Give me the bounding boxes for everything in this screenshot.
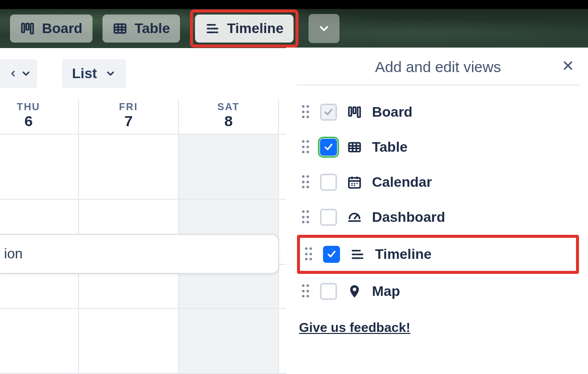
close-icon xyxy=(561,59,575,73)
timeline-icon xyxy=(205,21,220,36)
table-icon xyxy=(346,140,363,155)
view-label: Board xyxy=(372,104,412,120)
checkbox-timeline[interactable] xyxy=(323,246,340,263)
drag-handle-icon[interactable] xyxy=(302,175,311,189)
checkbox-dashboard[interactable] xyxy=(320,209,337,226)
calendar-cell[interactable] xyxy=(79,135,179,199)
calendar-cell[interactable] xyxy=(179,309,279,373)
drag-handle-icon[interactable] xyxy=(302,284,311,298)
dow-label: SAT xyxy=(179,101,278,113)
svg-rect-0 xyxy=(22,24,24,33)
view-row-table[interactable]: Table xyxy=(297,130,579,165)
highlight-timeline-tab: Timeline xyxy=(190,10,298,48)
check-icon xyxy=(323,107,334,118)
checkbox-map[interactable] xyxy=(320,283,337,300)
highlight-timeline-row: Timeline xyxy=(297,235,579,274)
dashboard-icon xyxy=(346,210,363,225)
check-icon xyxy=(323,142,334,153)
day-header: THU 6 xyxy=(0,99,79,134)
svg-rect-6 xyxy=(358,107,360,117)
list-filter-button[interactable]: List xyxy=(62,59,126,88)
calendar-icon xyxy=(346,175,363,190)
check-icon xyxy=(326,249,337,260)
view-row-board[interactable]: Board xyxy=(297,95,579,130)
view-row-calendar[interactable]: Calendar xyxy=(297,165,579,200)
top-black-strip xyxy=(0,0,588,9)
svg-rect-3 xyxy=(114,24,126,33)
event-title-fragment: ion xyxy=(4,246,22,262)
calendar-cell[interactable] xyxy=(0,309,79,373)
day-number: 6 xyxy=(0,113,78,130)
calendar-cell[interactable] xyxy=(79,309,179,373)
tab-board-label: Board xyxy=(42,21,82,37)
tab-table-label: Table xyxy=(134,21,170,37)
chevron-down-icon xyxy=(318,22,330,35)
board-icon xyxy=(20,21,35,36)
day-number: 7 xyxy=(79,113,178,130)
view-row-dashboard[interactable]: Dashboard xyxy=(297,200,579,235)
prev-button-partial[interactable] xyxy=(0,59,37,88)
day-number: 8 xyxy=(179,113,278,130)
dow-label: FRI xyxy=(79,101,178,113)
checkbox-calendar[interactable] xyxy=(320,174,337,191)
view-label: Calendar xyxy=(372,174,432,190)
tab-board[interactable]: Board xyxy=(10,15,92,43)
drag-handle-icon[interactable] xyxy=(302,105,311,119)
view-label: Dashboard xyxy=(372,209,445,225)
chevron-down-icon xyxy=(20,68,32,79)
chevron-left-icon xyxy=(8,68,18,79)
feedback-link[interactable]: Give us feedback! xyxy=(299,320,410,335)
day-header: SAT 8 xyxy=(179,99,279,134)
view-row-timeline[interactable]: Timeline xyxy=(303,240,573,269)
list-filter-label: List xyxy=(72,66,97,82)
drag-handle-icon[interactable] xyxy=(302,140,311,154)
svg-rect-5 xyxy=(354,107,356,114)
checkbox-board[interactable] xyxy=(320,104,337,121)
map-pin-icon xyxy=(346,284,363,299)
drag-handle-icon[interactable] xyxy=(302,210,311,224)
view-label: Timeline xyxy=(375,246,432,262)
view-label: Table xyxy=(372,139,408,155)
view-row-map[interactable]: Map xyxy=(297,274,579,309)
timeline-icon xyxy=(349,247,366,262)
more-views-button[interactable] xyxy=(308,14,340,43)
board-icon xyxy=(346,105,363,120)
table-icon xyxy=(112,21,128,36)
close-panel-button[interactable] xyxy=(561,59,575,75)
svg-rect-7 xyxy=(349,143,360,152)
calendar-cell[interactable] xyxy=(179,135,279,199)
calendar-cell[interactable] xyxy=(0,135,79,199)
add-edit-views-panel: Add and edit views Board Table xyxy=(286,48,588,374)
chevron-down-icon xyxy=(105,68,116,79)
calendar-event-card[interactable]: ion xyxy=(0,234,279,274)
views-list: Board Table Calendar D xyxy=(297,86,579,309)
checkbox-table[interactable] xyxy=(320,139,337,156)
svg-rect-4 xyxy=(349,107,352,116)
dow-label: THU xyxy=(0,101,78,113)
panel-title: Add and edit views xyxy=(375,59,501,76)
svg-rect-2 xyxy=(30,24,33,34)
view-label: Map xyxy=(372,283,400,299)
tab-timeline[interactable]: Timeline xyxy=(195,15,294,43)
view-tabs-toolbar: Board Table Timeline xyxy=(0,9,588,48)
day-header: FRI 7 xyxy=(79,99,179,134)
tab-timeline-label: Timeline xyxy=(227,21,284,37)
drag-handle-icon[interactable] xyxy=(305,247,314,261)
tab-table[interactable]: Table xyxy=(102,15,180,43)
svg-rect-1 xyxy=(26,24,29,30)
